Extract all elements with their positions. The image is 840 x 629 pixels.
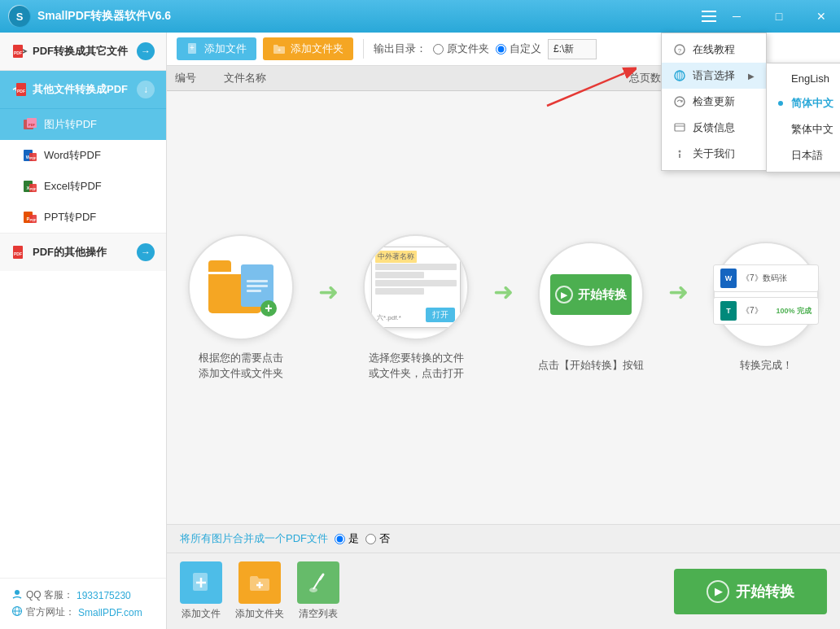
step-3-circle: ▶ 开始转换 [538,242,644,347]
pdf-to-other-icon: PDF [11,43,28,59]
titlebar: S SmallPDF转换器软件V6.6 ─ □ ✕ [0,0,840,33]
sidebar-section-pdf-ops[interactable]: PDF PDF的其他操作 → [0,233,166,271]
dropdown-online-help[interactable]: ? 在线教程 [662,37,766,63]
merge-label: 将所有图片合并成一个PDF文件 [180,531,328,546]
add-folder-button[interactable]: + 添加文件夹 [263,37,353,60]
sidebar-bottom: QQ 客服： 1933175230 官方网址： SmallPDF.com [0,578,166,629]
qq-number-link[interactable]: 1933175230 [77,590,131,601]
maximize-button[interactable]: □ [760,0,798,33]
svg-text:+: + [278,46,282,54]
col-num: 编号 [167,71,216,85]
sidebar-item-word-to-pdf[interactable]: W PDF Word转PDF [0,140,166,171]
svg-point-48 [309,588,317,592]
svg-point-35 [15,590,20,595]
result-item-1: W 《7》数码张 [713,264,819,292]
language-icon [673,69,686,82]
start-play-icon: ▶ [707,580,729,603]
action-clear-list[interactable]: 清空列表 [297,561,339,621]
steps-container: + 根据您的需要点击 添加文件或文件夹 ➜ 中外著名称 [167,218,840,398]
dropdown-about[interactable]: 关于我们 [662,141,766,167]
add-file-button[interactable]: + 添加文件 [177,37,256,60]
lang-english[interactable]: EngLish [767,67,840,90]
merge-no[interactable]: 否 [365,531,390,546]
step-4-text: 转换完成！ [740,357,793,373]
step-arrow-1: ➜ [318,277,339,306]
step-3-text: 点击【开始转换】按钮 [538,357,644,373]
step-2: 中外著名称 六*.pdf.* 打开 选择您要转换的文件 或文件夹，点击打开 [363,234,469,382]
step-3-start-btn: ▶ 开始转换 [550,274,632,315]
ppt-pdf-icon: P PDF [23,210,37,225]
merge-yes[interactable]: 是 [335,531,359,546]
action-add-file[interactable]: 添加文件 [180,561,222,621]
website-icon [11,605,23,619]
dropdown-check-update[interactable]: 检查更新 [662,89,766,115]
dropdown-language-select[interactable]: 语言选择 ▶ EngLish 简体中文 繁体中文 日本語 [662,63,766,89]
sidebar-section-pdf-to-other[interactable]: PDF PDF转换成其它文件 → [0,33,166,71]
step-1-circle: + [188,234,294,340]
toolbar-sep [363,39,364,59]
start-convert-label: 开始转换 [736,582,794,601]
dropdown-feedback[interactable]: 反馈信息 [662,115,766,141]
minimize-button[interactable]: ─ [718,0,755,33]
online-help-icon: ? [673,43,686,56]
action-icons: 添加文件 添加文件夹 [180,561,339,621]
step-4-circle: W 《7》数码张 T 《7》 100% 完成 [713,242,819,347]
radio-custom-input[interactable] [496,44,506,55]
radio-original-input[interactable] [433,44,444,55]
step-1-text: 根据您的需要点击 添加文件或文件夹 [199,350,283,382]
svg-text:PDF: PDF [28,123,36,127]
start-convert-button[interactable]: ▶ 开始转换 [674,569,827,614]
language-arrow: ▶ [748,72,755,81]
website-link[interactable]: SmallPDF.com [78,607,142,618]
sidebar-item-img-to-pdf[interactable]: PDF 图片转PDF [0,109,166,140]
play-icon: ▶ [555,286,573,304]
lang-simplified[interactable]: 简体中文 [767,90,840,116]
img-pdf-icon: PDF [23,117,37,132]
svg-text:PDF: PDF [17,89,25,94]
output-dir-label: 输出目录： [374,41,427,56]
close-button[interactable]: ✕ [803,0,840,33]
dropdown-menu: ? 在线教程 语言选择 ▶ EngLish 简体中文 繁体中文 [661,33,767,171]
other-to-pdf-expand[interactable]: ↓ [137,81,155,98]
action-clear-list-svg [305,570,331,596]
other-to-pdf-icon: PDF [11,81,28,98]
pdf-to-other-expand[interactable]: → [137,42,155,60]
radio-custom[interactable]: 自定义 [496,41,541,56]
file-dialog: 中外著名称 六*.pdf.* 打开 [371,247,461,328]
radio-original[interactable]: 原文件夹 [433,41,489,56]
svg-rect-8 [675,124,685,131]
sidebar: PDF PDF转换成其它文件 → PDF 其他文件转换成PDF ↓ [0,33,167,629]
action-clear-list-label: 清空列表 [299,607,338,621]
feedback-icon [673,121,686,134]
action-add-file-label: 添加文件 [182,607,221,621]
action-add-folder-icon-box [238,561,281,604]
sub-dropdown-language: EngLish 简体中文 繁体中文 日本語 [766,63,840,173]
pdf-ops-icon: PDF [11,244,28,260]
action-add-folder-svg [247,570,273,596]
step-1: + 根据您的需要点击 添加文件或文件夹 [188,234,294,382]
open-button-dialog: 打开 [426,308,455,322]
svg-text:PDF: PDF [30,187,37,191]
lang-traditional[interactable]: 繁体中文 [767,116,840,142]
step-2-text: 选择您要转换的文件 或文件夹，点击打开 [369,350,464,382]
svg-line-13 [547,73,624,106]
check-update-icon [673,95,686,108]
step-arrow-3: ➜ [668,277,689,306]
sidebar-item-excel-to-pdf[interactable]: X PDF Excel转PDF [0,171,166,202]
lang-japanese[interactable]: 日本語 [767,142,840,168]
add-file-icon: + [186,42,199,55]
sidebar-section-other-to-pdf[interactable]: PDF 其他文件转换成PDF ↓ [0,71,166,109]
step-arrow-2: ➜ [493,277,514,306]
result-t-icon: T [720,301,737,321]
pdf-ops-expand[interactable]: → [137,243,155,261]
merge-no-input[interactable] [365,534,376,544]
svg-line-49 [320,574,323,579]
output-path[interactable]: £:\新 [548,39,597,59]
result-items: W 《7》数码张 T 《7》 100% 完成 [713,264,819,325]
about-icon [673,147,686,160]
action-add-file-icon-box [180,561,222,604]
merge-yes-input[interactable] [335,534,345,544]
result-item-2: T 《7》 100% 完成 [713,297,819,325]
sidebar-item-ppt-to-pdf[interactable]: P PDF PPT转PDF [0,202,166,233]
action-add-folder[interactable]: 添加文件夹 [235,561,284,621]
